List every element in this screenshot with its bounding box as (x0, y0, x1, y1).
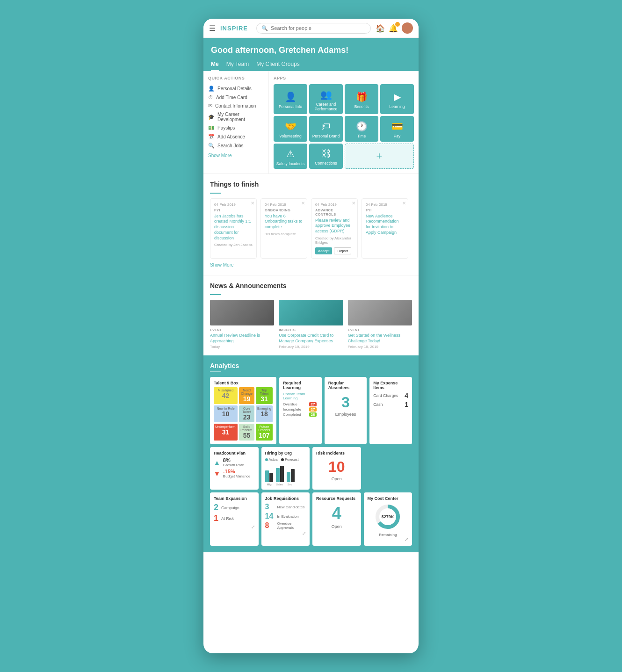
app-add[interactable]: + (345, 144, 414, 169)
team-campaign-num: 2 (214, 503, 218, 513)
hiring-x-labels: Mfg Sales Svc (265, 483, 306, 486)
qa-icon-jobs: 🔍 (208, 143, 215, 149)
bar-svc-actual (287, 472, 290, 482)
bar-services (287, 469, 295, 482)
things-to-finish-section: Things to finish ✕ 04-Feb-2019 FYI Jen J… (203, 174, 419, 275)
quick-actions-label: QUICK ACTIONS (208, 76, 264, 80)
things-to-finish-title: Things to finish (210, 181, 412, 188)
finish-card-onboarding: ✕ 04-Feb-2019 ONBOARDING You have 6 Onbo… (260, 198, 307, 259)
show-more-qa[interactable]: Show More (208, 153, 264, 158)
talent-grid: Misaligned 42 Need Change 19 Top Talent … (214, 387, 273, 441)
close-card-4[interactable]: ✕ (402, 201, 406, 206)
news-tag-1: EVENT (210, 328, 274, 332)
finish-card-gdpr: ✕ 04-Feb-2019 ADVANCE CONTROLS Please re… (311, 198, 358, 259)
close-card-2[interactable]: ✕ (301, 201, 305, 206)
qa-payslips[interactable]: 💵 Payslips (208, 123, 264, 132)
expense-card-charges: Card Charges 4 (373, 392, 408, 399)
app-benefits[interactable]: 🎁 Benefits (345, 84, 378, 114)
analytics-row-1: Talent 9 Box Misaligned 42 Need Change 1… (210, 377, 412, 444)
expand-icon-team[interactable]: ⤢ (251, 524, 255, 529)
news-card-1[interactable]: EVENT Annual Review Deadline is Approach… (210, 300, 274, 349)
qa-absence[interactable]: 📅 Add Absence (208, 132, 264, 141)
career-icon: 👥 (320, 89, 332, 100)
show-more-finish[interactable]: Show More (210, 262, 234, 267)
analytics-row-2: Headcount Plan ▲ 8% Growth Rate ▼ -15% B… (210, 447, 412, 490)
expense-cash: Cash 1 (373, 401, 408, 408)
job-req-overdue-num: 8 (265, 521, 275, 530)
req-incomplete-label: Incomplete (283, 407, 307, 412)
actual-label: Actual (269, 457, 279, 462)
qa-contact-info[interactable]: ✉ Contact Information (208, 101, 264, 110)
app-personal-brand[interactable]: 🏷 Personal Brand (309, 116, 343, 141)
connections-icon: ⛓ (321, 148, 331, 159)
job-req-new: 3 New Candidates (265, 503, 306, 511)
news-section: News & Announcements EVENT Annual Review… (203, 275, 419, 355)
app-time[interactable]: 🕐 Time (345, 116, 378, 141)
qa-search-jobs[interactable]: 🔍 Search Jobs (208, 141, 264, 150)
main-content: QUICK ACTIONS 👤 Personal Details ⏱ Add T… (203, 71, 419, 355)
card3-date: 04-Feb-2019 (315, 202, 354, 207)
card3-tag: ADVANCE CONTROLS (315, 208, 354, 217)
analytics-underline (210, 371, 221, 372)
qa-icon-contact: ✉ (208, 103, 212, 109)
brand-logo: iNSPiRE (220, 25, 248, 32)
card4-body: New Audience Recommendation for Invitati… (366, 214, 404, 236)
x-label-svc: Svc (286, 483, 294, 486)
expand-icon-jobs[interactable]: ⤢ (302, 531, 306, 536)
qa-personal-details[interactable]: 👤 Personal Details (208, 84, 264, 93)
add-icon: + (376, 150, 383, 162)
expand-icon-cost[interactable]: ⤢ (405, 537, 408, 542)
app-connections[interactable]: ⛓ Connections (309, 144, 343, 169)
close-card-1[interactable]: ✕ (251, 201, 254, 206)
news-card-3[interactable]: EVENT Get Started on the Wellness Challe… (348, 300, 412, 349)
home-icon[interactable]: 🏠 (376, 24, 385, 33)
tab-client-groups[interactable]: My Client Groups (256, 61, 300, 71)
close-card-3[interactable]: ✕ (352, 201, 355, 206)
card1-tag: FYI (214, 208, 253, 212)
avatar[interactable] (402, 22, 413, 34)
card2-body: You have 6 Onboarding tasks to complete (265, 214, 303, 230)
req-learning-subtitle[interactable]: Update Team Learning (283, 392, 318, 400)
hiring-by-org-card: Hiring by Org Actual Forecast (261, 447, 310, 490)
accept-button[interactable]: Accept (315, 247, 332, 254)
absentees-label: Employees (328, 412, 363, 417)
qa-career[interactable]: 🎓 My Career Development (208, 110, 264, 123)
bar-mfg-actual (265, 470, 269, 482)
app-pay[interactable]: 💳 Pay (380, 116, 414, 141)
app-safety[interactable]: ⚠ Safety Incidents (274, 144, 307, 169)
risk-title: Risk Incidents (316, 451, 357, 455)
expense-card-label: Card Charges (373, 393, 398, 398)
headcount-title: Headcount Plan (214, 451, 255, 455)
cost-center-card: My Cost Center $279K Remaining ⤢ (364, 492, 412, 546)
tab-my-team[interactable]: My Team (226, 61, 249, 71)
bell-icon[interactable]: 🔔 (389, 24, 398, 33)
app-personal-info[interactable]: 👤 Personal Info (274, 84, 307, 114)
volunteering-icon: 🤝 (285, 121, 297, 132)
cost-donut: $279K (368, 503, 409, 531)
qa-icon-absence: 📅 (208, 134, 215, 140)
expense-cash-num: 1 (405, 401, 408, 408)
search-input[interactable] (271, 25, 366, 31)
app-volunteering[interactable]: 🤝 Volunteering (274, 116, 307, 141)
card3-sub: Created by Alexander Bridges (315, 236, 354, 245)
bar-sales (276, 466, 284, 482)
legend-actual: Actual (265, 457, 279, 462)
learning-label: Learning (389, 104, 405, 109)
pay-label: Pay (394, 134, 401, 138)
news-title: News & Announcements (210, 282, 412, 289)
time-icon: 🕐 (356, 121, 368, 132)
card3-body: Please review and approve Employee acces… (315, 218, 354, 234)
app-learning[interactable]: ▶ Learning (380, 84, 414, 114)
qa-icon-personal: 👤 (208, 86, 215, 92)
menu-icon[interactable]: ☰ (209, 24, 216, 33)
app-career-performance[interactable]: 👥 Career and Performance (309, 84, 343, 114)
nav-icons: 🏠 🔔 (376, 22, 413, 34)
card1-body: Jen Jacobs has created Monthly 1:1 discu… (214, 214, 253, 241)
news-card-2[interactable]: INSIGHTS Use Corporate Credit Card to Ma… (279, 300, 343, 349)
quick-actions: QUICK ACTIONS 👤 Personal Details ⏱ Add T… (203, 71, 269, 173)
analytics-title: Analytics (210, 362, 412, 369)
tab-me[interactable]: Me (211, 61, 219, 71)
qa-add-time-card[interactable]: ⏱ Add Time Card (208, 93, 264, 101)
search-bar[interactable]: 🔍 (256, 23, 371, 34)
reject-button[interactable]: Reject (334, 247, 351, 254)
